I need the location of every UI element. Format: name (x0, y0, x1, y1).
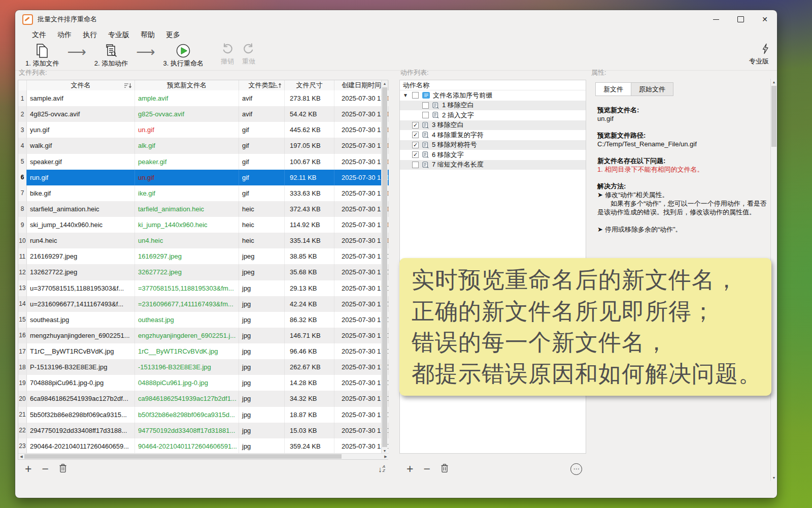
file-row[interactable]: 1sample.avifample.avifavif273.81 KB2025-… (18, 90, 389, 106)
cell-type: gif (239, 185, 285, 201)
file-row[interactable]: 11216169297.jpeg16169297.jpegjpeg38.85 K… (18, 248, 389, 264)
action-panel-footer: + − ⋯ (399, 460, 586, 478)
sort-files-button[interactable]: ↓ AZ (378, 465, 385, 473)
file-row[interactable]: 16mengzhuyanjingderen_6902251...engzhuya… (18, 328, 389, 343)
column-header-3[interactable]: 文件类型 (239, 80, 285, 90)
cell-name: run4.heic (27, 233, 135, 248)
action-item[interactable]: ✓4 移除重复的字符 (400, 130, 586, 140)
scrollbar-thumb[interactable] (382, 87, 387, 447)
more-options-button[interactable]: ⋯ (570, 463, 582, 475)
file-table-vertical-scrollbar[interactable]: ▲ ▼ (381, 80, 388, 454)
scrollbar-thumb[interactable] (24, 454, 342, 459)
cell-preview: -1513196-B32E8E3E.jpg (135, 359, 239, 375)
file-row[interactable]: 8starfield_animation.heictarfield_animat… (18, 201, 389, 217)
action-item[interactable]: 1 移除空白 (400, 101, 586, 111)
action-item[interactable]: 7 缩短文件名长度 (400, 160, 586, 170)
cell-type: heic (239, 201, 285, 217)
action-item[interactable]: ✓6 移除文字 (400, 150, 586, 160)
cell-size: 86.32 KB (285, 312, 334, 328)
file-row[interactable]: 10run4.heicun4.heicheic335.14 KB2025-07-… (18, 233, 389, 248)
menu-item-pro[interactable]: 专业版 (103, 29, 135, 41)
menu-item-file[interactable]: 文件 (26, 29, 52, 41)
undo-icon (221, 43, 233, 56)
file-row[interactable]: 6run.gifun.gifgif92.11 KB2025-07-30 17:1 (18, 170, 389, 185)
scrollbar-thumb[interactable] (771, 86, 776, 147)
file-row[interactable]: 14u=2316096677,1411167493&f...=231609667… (18, 296, 389, 312)
expand-collapse-icon[interactable]: ▼ (403, 92, 412, 98)
window-title: 批量文件排序重命名 (38, 15, 97, 24)
action-checkbox[interactable]: ✓ (412, 142, 419, 148)
tab-original-file[interactable]: 原始文件 (631, 82, 673, 96)
file-row[interactable]: 7bike.gifike.gifgif333.63 KB2025-07-30 1… (18, 185, 389, 201)
scroll-down-icon[interactable]: ▼ (771, 474, 777, 481)
menu-item-more[interactable]: 更多 (160, 29, 186, 41)
app-window: 批量文件排序重命名 ✕ 文件动作执行专业版帮助更多 1. 添加文件 ⟶ (15, 10, 777, 498)
add-action-footer-button[interactable]: + (407, 463, 413, 475)
action-checkbox[interactable] (422, 112, 429, 118)
cell-type: jpg (239, 312, 285, 328)
menu-item-help[interactable]: 帮助 (135, 29, 160, 41)
action-checkbox[interactable] (422, 102, 429, 109)
solution-line: ➤修改“动作”相关属性。 (597, 190, 772, 199)
action-item[interactable]: ✓5 移除对称符号 (400, 140, 586, 150)
delete-actions-button[interactable] (441, 463, 449, 475)
tab-new-file[interactable]: 新文件 (595, 82, 631, 96)
pro-version-button[interactable]: 专业版 (749, 43, 769, 66)
file-row[interactable]: 17T1rC__ByWT1RCvBVdK.jpg1rC__ByWT1RCvBVd… (18, 343, 389, 359)
action-checkbox[interactable]: ✓ (412, 151, 419, 158)
file-row[interactable]: 12132627722.jpeg32627722.jpegjpeg35.68 K… (18, 264, 389, 280)
scroll-up-icon[interactable]: ▲ (771, 79, 777, 85)
file-row[interactable]: 18P-1513196-B32E8E3E.jpg-1513196-B32E8E3… (18, 359, 389, 375)
action-item[interactable]: 2 插入文字 (400, 110, 586, 120)
add-file-button[interactable]: + (25, 463, 31, 475)
remove-action-button[interactable]: − (423, 463, 430, 475)
file-row[interactable]: 4walk.gifalk.gifgif197.05 KB2025-07-30 1… (18, 138, 389, 153)
column-header-2[interactable]: 预览新文件名 (135, 80, 239, 90)
action-checkbox[interactable] (412, 162, 419, 168)
delete-files-button[interactable] (59, 463, 67, 475)
file-row[interactable]: 222947750192dd33408ff17d3188...947750192… (18, 423, 389, 438)
file-row[interactable]: 5speaker.gifpeaker.gifgif100.67 KB2025-0… (18, 154, 389, 170)
column-header-0[interactable] (18, 80, 27, 90)
action-checkbox[interactable]: ✓ (412, 122, 419, 129)
redo-button[interactable]: 重做 (242, 43, 255, 66)
add-action-button[interactable]: 2. 添加动作 (94, 43, 128, 68)
action-item[interactable]: ✓3 移除空白 (400, 120, 586, 131)
preview-name-value: un.gif (597, 114, 772, 123)
file-row[interactable]: 206ca98461862541939ac127b2df...ca9846186… (18, 391, 389, 406)
add-files-button[interactable]: 1. 添加文件 (25, 43, 59, 68)
action-item[interactable]: ▼文件名添加序号前缀 (400, 90, 586, 101)
file-row[interactable]: 215b50f32b86e8298bf069ca9315...b50f32b86… (18, 407, 389, 423)
scroll-up-icon[interactable]: ▲ (382, 80, 388, 87)
file-table-horizontal-scrollbar[interactable]: ◀ ▶ (18, 453, 389, 459)
cell-size: 335.14 KB (285, 233, 334, 248)
file-row[interactable]: 3yun.gifun.gifgif445.62 KB2025-07-30 17:… (18, 122, 389, 138)
file-row[interactable]: 19704888piCu961.jpg-0.jpg04888piCu961.jp… (18, 375, 389, 391)
close-button[interactable]: ✕ (753, 10, 777, 28)
file-row[interactable]: 23290464-2021040117260460659...90464-202… (18, 438, 389, 454)
cell-size: 15.03 KB (285, 423, 334, 438)
minimize-button[interactable] (704, 10, 728, 28)
maximize-button[interactable] (728, 10, 753, 28)
file-row[interactable]: 9ski_jump_1440x960.heicki_jump_1440x960.… (18, 217, 389, 233)
file-row[interactable]: 24g825-ovvac.avifg825-ovvac.avifavif54.4… (18, 106, 389, 122)
action-checkbox[interactable] (412, 92, 419, 99)
column-header-1[interactable]: 文件名 (27, 80, 135, 90)
cell-type: jpeg (239, 264, 285, 280)
scroll-right-icon[interactable]: ▶ (383, 454, 389, 459)
undo-button[interactable]: 撤销 (221, 43, 234, 66)
cell-num: 1 (18, 90, 27, 106)
cell-num: 4 (18, 138, 27, 153)
column-header-4[interactable]: 文件尺寸 (285, 80, 334, 90)
file-row[interactable]: 13u=3770581515,1188195303&f...=377058151… (18, 280, 389, 296)
menu-item-execute[interactable]: 执行 (77, 29, 103, 41)
run-rename-button[interactable]: 3. 执行重命名 (163, 43, 204, 68)
remove-file-button[interactable]: − (42, 463, 48, 475)
cell-name: u=3770581515,1188195303&f... (27, 280, 135, 296)
file-row[interactable]: 15southeast.jpgoutheast.jpgjpg86.32 KB20… (18, 312, 389, 328)
menu-item-action[interactable]: 动作 (52, 29, 77, 41)
action-checkbox[interactable]: ✓ (412, 132, 419, 138)
column-header-5[interactable]: 创建日期时间 (334, 80, 389, 90)
scroll-left-icon[interactable]: ◀ (18, 454, 24, 459)
ellipsis-icon: ⋯ (573, 465, 580, 472)
